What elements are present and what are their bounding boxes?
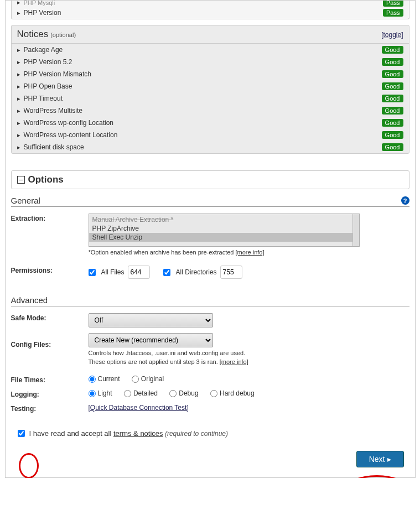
- chevron-right-icon: ▸: [17, 95, 20, 102]
- chevron-right-icon: ▸: [17, 9, 20, 17]
- status-badge: Good: [382, 131, 403, 139]
- status-badge: Good: [382, 107, 403, 115]
- chevron-right-icon: ▸: [387, 455, 391, 464]
- next-button[interactable]: Next▸: [356, 451, 404, 467]
- check-row[interactable]: ▸PHP MysqliPass: [12, 1, 409, 7]
- safe-mode-select[interactable]: Off: [89, 313, 213, 327]
- options-title: Options: [28, 174, 64, 185]
- notice-row[interactable]: ▸WordPress wp-config LocationGood: [12, 117, 409, 129]
- annotation-circle: [19, 453, 39, 478]
- notice-label: WordPress Multisite: [24, 107, 382, 115]
- advanced-title: Advanced: [11, 295, 48, 305]
- notice-row[interactable]: ▸Package AgeGood: [12, 44, 409, 56]
- scrollbar[interactable]: [352, 214, 359, 246]
- check-label: PHP Mysqli: [24, 1, 383, 6]
- chevron-right-icon: ▸: [17, 59, 20, 66]
- check-row[interactable]: ▸PHP VersionPass: [12, 7, 409, 19]
- logging-detailed-radio[interactable]: [124, 390, 131, 397]
- notice-row[interactable]: ▸PHP Version MismatchGood: [12, 68, 409, 80]
- notice-label: PHP Timeout: [24, 95, 382, 102]
- status-badge: Good: [382, 46, 403, 54]
- config-files-select[interactable]: Create New (recommended): [89, 333, 213, 347]
- permissions-label: Permissions:: [11, 266, 89, 279]
- status-badge: Pass: [383, 9, 403, 17]
- notices-toggle-link[interactable]: [toggle]: [381, 31, 403, 39]
- annotation-circle: [345, 475, 408, 478]
- extraction-more-info-link[interactable]: [more info]: [236, 249, 265, 256]
- file-times-current-radio[interactable]: [89, 376, 96, 383]
- general-title: General: [11, 196, 40, 205]
- chevron-right-icon: ▸: [17, 71, 20, 78]
- perm-dirs-checkbox[interactable]: [163, 269, 170, 276]
- perm-files-input[interactable]: [128, 266, 150, 279]
- terms-link[interactable]: terms & notices: [113, 429, 163, 438]
- notices-subtitle: (optional): [50, 32, 76, 38]
- config-hint2: These options are not applied until step…: [89, 358, 409, 365]
- chevron-right-icon: ▸: [17, 107, 20, 115]
- notice-row[interactable]: ▸Sufficient disk spaceGood: [12, 141, 409, 153]
- testing-label: Testing:: [11, 404, 89, 413]
- file-times-original-radio[interactable]: [132, 376, 139, 383]
- chevron-right-icon: ▸: [17, 132, 20, 139]
- extraction-opt-shell[interactable]: Shell Exec Unzip: [89, 233, 359, 242]
- chevron-right-icon: ▸: [17, 119, 20, 127]
- notice-label: PHP Open Base: [24, 82, 382, 90]
- perm-dirs-input[interactable]: [220, 266, 242, 279]
- status-badge: Good: [382, 82, 403, 90]
- notice-label: Package Age: [24, 46, 382, 54]
- collapse-icon: −: [17, 176, 25, 184]
- notices-panel: Notices (optional) [toggle] ▸Package Age…: [11, 25, 409, 154]
- notice-row[interactable]: ▸PHP Open BaseGood: [12, 80, 409, 92]
- safe-mode-label: Safe Mode:: [11, 313, 89, 327]
- notice-label: WordPress wp-config Location: [24, 119, 382, 127]
- logging-label: Logging:: [11, 389, 89, 398]
- perm-dirs-label: All Directories: [176, 268, 217, 276]
- status-badge: Good: [382, 70, 403, 78]
- status-badge: Good: [382, 119, 403, 127]
- extraction-select[interactable]: Manual Archive Extraction * PHP ZipArchi…: [89, 214, 360, 247]
- chevron-right-icon: ▸: [17, 1, 20, 6]
- chevron-right-icon: ▸: [17, 46, 20, 54]
- status-badge: Good: [382, 95, 403, 102]
- extraction-label: Extraction:: [11, 214, 89, 256]
- status-badge: Pass: [383, 1, 403, 7]
- config-hint1: Controls how .htaccess, .user.ini and we…: [89, 350, 409, 356]
- file-times-label: File Times:: [11, 375, 89, 384]
- status-badge: Good: [382, 143, 403, 151]
- notice-row[interactable]: ▸PHP Version 5.2Good: [12, 56, 409, 68]
- logging-debug-radio[interactable]: [169, 390, 177, 397]
- perm-files-label: All Files: [101, 268, 125, 276]
- notice-row[interactable]: ▸WordPress wp-content LocationGood: [12, 129, 409, 141]
- notices-title: Notices: [17, 29, 49, 40]
- logging-light-radio[interactable]: [89, 390, 96, 397]
- extraction-opt-ziparchive[interactable]: PHP ZipArchive: [89, 224, 359, 233]
- notice-label: PHP Version Mismatch: [24, 70, 382, 78]
- config-files-label: Config Files:: [11, 333, 89, 365]
- options-header[interactable]: − Options: [11, 170, 409, 189]
- terms-checkbox[interactable]: [18, 430, 25, 437]
- config-more-info-link[interactable]: [more info]: [220, 358, 248, 365]
- chevron-right-icon: ▸: [17, 83, 20, 90]
- notice-label: PHP Version 5.2: [24, 58, 382, 66]
- notice-label: WordPress wp-content Location: [24, 131, 382, 139]
- check-label: PHP Version: [24, 9, 383, 17]
- chevron-right-icon: ▸: [17, 144, 20, 151]
- quick-db-test-link[interactable]: [Quick Database Connection Test]: [89, 404, 189, 412]
- status-badge: Good: [382, 58, 403, 66]
- notice-row[interactable]: ▸PHP TimeoutGood: [12, 92, 409, 105]
- perm-files-checkbox[interactable]: [89, 269, 96, 276]
- logging-hard-radio[interactable]: [210, 390, 217, 397]
- help-icon[interactable]: ?: [401, 196, 409, 205]
- terms-prefix: I have read and accept all: [29, 429, 114, 438]
- notice-row[interactable]: ▸WordPress MultisiteGood: [12, 105, 409, 117]
- extraction-opt-manual: Manual Archive Extraction *: [89, 215, 359, 224]
- terms-suffix: (required to continue): [163, 430, 228, 438]
- extraction-hint: *Option enabled when archive has been pr…: [89, 249, 409, 256]
- notice-label: Sufficient disk space: [24, 143, 382, 151]
